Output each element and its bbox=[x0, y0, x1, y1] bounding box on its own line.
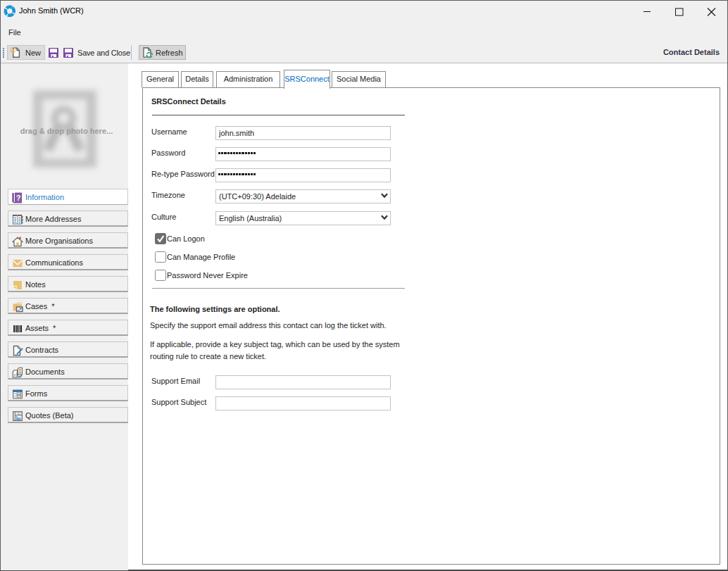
svg-text:?: ? bbox=[16, 194, 20, 202]
